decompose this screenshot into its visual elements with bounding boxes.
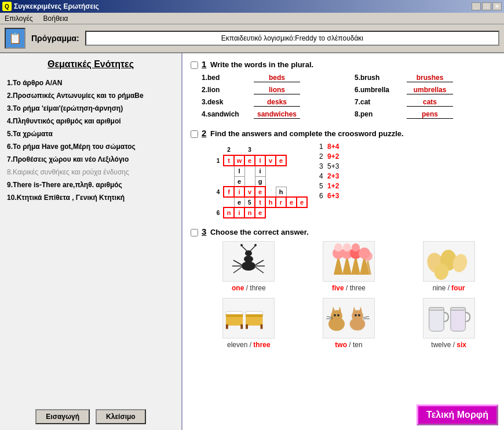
section3-content: 3 Choose the correct answer. — [202, 227, 496, 349]
table-row: e g — [213, 176, 307, 187]
plural-col-left: 1.bed beds 2.lion lions 3.desk desks 4 — [202, 74, 343, 120]
svg-rect-37 — [246, 324, 248, 329]
svg-point-0 — [242, 261, 255, 271]
sidebar: Θεματικές Ενότητες 1.Το άρθρο Α/ΑΝ 2.Προ… — [0, 53, 182, 430]
section3-checkbox[interactable] — [191, 229, 198, 236]
ant-image — [222, 241, 275, 282]
svg-marker-52 — [359, 307, 362, 312]
sidebar-item-10[interactable]: 10.Κτητικά Επίθετα , Γενική Κτητική — [6, 191, 176, 204]
svg-point-25 — [363, 252, 372, 261]
menu-help[interactable]: Βοήθεια — [41, 14, 71, 23]
sidebar-buttons: Εισαγωγή Κλείσιμο — [6, 409, 176, 424]
plural-col-right: 5.brush brushes 6.umbrella umbrellas 7.c… — [355, 74, 496, 120]
svg-point-15 — [334, 243, 342, 252]
clue-line: 4 2+3 — [319, 172, 339, 180]
plural-row: 2.lion lions — [202, 86, 343, 94]
svg-point-44 — [334, 314, 336, 316]
icecream-image — [323, 241, 375, 282]
choose-item-5: two / ten — [302, 298, 396, 349]
table-row: l i — [213, 166, 307, 176]
svg-point-21 — [352, 243, 360, 252]
plural-grid: 1.bed beds 2.lion lions 3.desk desks 4 — [202, 74, 496, 120]
svg-rect-34 — [226, 314, 243, 317]
choose-label-6: twelve / six — [401, 341, 496, 349]
insert-button[interactable]: Εισαγωγή — [35, 409, 90, 424]
beds-image — [222, 298, 275, 338]
choose-label-5: two / ten — [302, 341, 396, 349]
svg-line-5 — [233, 267, 242, 273]
crossword-table: 2 3 1 t w e l — [213, 145, 308, 218]
table-row: 2 3 — [213, 145, 307, 155]
section3-title: 3 Choose the correct answer. — [202, 227, 496, 236]
choose-label-2: five / three — [302, 284, 396, 292]
plural-row: 3.desk desks — [202, 98, 343, 107]
menu-options[interactable]: Επιλογές — [2, 14, 35, 23]
plural-row: 5.brush brushes — [355, 74, 496, 82]
table-row: 4 f i v e h — [213, 187, 307, 197]
svg-line-8 — [255, 267, 264, 273]
svg-rect-33 — [241, 324, 243, 329]
svg-line-9 — [242, 246, 247, 251]
window-controls[interactable]: _ □ ✕ — [472, 2, 502, 10]
svg-rect-38 — [261, 324, 263, 329]
clue-line: 1 8+4 — [319, 143, 339, 151]
table-row: 6 n i n e — [213, 207, 307, 218]
choose-item-1: one / three — [202, 241, 296, 292]
svg-point-45 — [337, 314, 339, 316]
crossword-grid-area: 2 3 1 t w e l — [202, 145, 308, 218]
title-bar: Q Συγκεκριμένες Ερωτήσεις _ □ ✕ — [0, 0, 504, 13]
section2-content: 2 Find the answers and complete the croo… — [202, 128, 496, 218]
eggs-image — [423, 241, 475, 282]
sidebar-item-3[interactable]: 3.Το ρήμα 'είμαι'(ερώτηση-άρνηση) — [6, 102, 176, 115]
final-button[interactable]: Τελική Μορφή — [417, 405, 498, 425]
sidebar-item-4[interactable]: 4.Πληθυντικός αριθμός και αριθμοί — [6, 115, 176, 127]
svg-point-18 — [343, 243, 351, 252]
svg-line-10 — [250, 246, 255, 251]
svg-line-3 — [233, 260, 242, 265]
plural-row: 6.umbrella umbrellas — [355, 86, 496, 94]
sidebar-title: Θεματικές Ενότητες — [6, 59, 176, 70]
plural-row: 8.pen pens — [355, 110, 496, 119]
sidebar-item-5[interactable]: 5.Τα χρώματα — [6, 127, 176, 140]
section1-checkbox[interactable] — [191, 61, 198, 69]
window-title: Συγκεκριμένες Ερωτήσεις — [14, 2, 99, 10]
cats-image — [323, 298, 375, 338]
app-icon: Q — [2, 2, 12, 11]
section2-wrapper: 2 Find the answers and complete the croo… — [191, 128, 496, 218]
sidebar-item-9[interactable]: 9.There is-There are,πληθ. αριθμός — [6, 178, 176, 191]
choose-item-3: nine / four — [401, 241, 496, 292]
minimize-button[interactable]: _ — [472, 2, 481, 10]
choose-label-1: one / three — [202, 284, 296, 292]
svg-rect-32 — [226, 324, 228, 329]
sidebar-item-2[interactable]: 2.Προσωπικές Αντωνυμίες και το ρήμαΒe — [6, 89, 176, 102]
section1-content: 1 Write the words in the plural. 1.bed b… — [202, 59, 496, 120]
menu-bar: Επιλογές Βοήθεια — [0, 13, 504, 24]
table-row: 1 t w e l v e — [213, 155, 307, 166]
clue-line: 3 5+3 — [319, 162, 339, 170]
maximize-button[interactable]: □ — [482, 2, 491, 10]
svg-point-12 — [254, 244, 257, 246]
clue-line: 6 6+3 — [319, 192, 339, 200]
svg-point-54 — [358, 314, 360, 316]
section1-wrapper: 1 Write the words in the plural. 1.bed b… — [191, 59, 496, 120]
svg-point-11 — [240, 244, 243, 246]
close-sidebar-button[interactable]: Κλείσιμο — [96, 409, 146, 424]
clue-line: 5 1+2 — [319, 182, 339, 190]
close-button[interactable]: ✕ — [492, 2, 502, 10]
header: 📋 Πρόγραμμα: Εκπαιδευτικό λογισμικό:Fred… — [0, 24, 504, 53]
choose-label-4: eleven / three — [202, 341, 296, 349]
plural-row: 7.cat cats — [355, 98, 496, 107]
svg-rect-58 — [451, 307, 465, 310]
svg-marker-51 — [353, 307, 356, 312]
section2-checkbox[interactable] — [191, 130, 198, 138]
plural-row: 4.sandwich sandwiches — [202, 110, 343, 119]
sidebar-item-1[interactable]: 1.Το άρθρο Α/ΑΝ — [6, 76, 176, 89]
svg-point-53 — [355, 314, 357, 316]
svg-marker-42 — [332, 307, 335, 312]
sidebar-item-7[interactable]: 7.Προθέσεις χώρου και νέο Λεξιλόγιο — [6, 153, 176, 166]
choose-item-4: eleven / three — [202, 298, 296, 349]
sidebar-item-8: 8.Καιρικές συνθήκες και ρούχα ένδυσης — [6, 166, 176, 178]
svg-line-6 — [255, 260, 264, 265]
sidebar-item-6[interactable]: 6.Το ρήμα Have got,Μέρη του σώματος — [6, 140, 176, 153]
choose-label-3: nine / four — [401, 284, 496, 292]
